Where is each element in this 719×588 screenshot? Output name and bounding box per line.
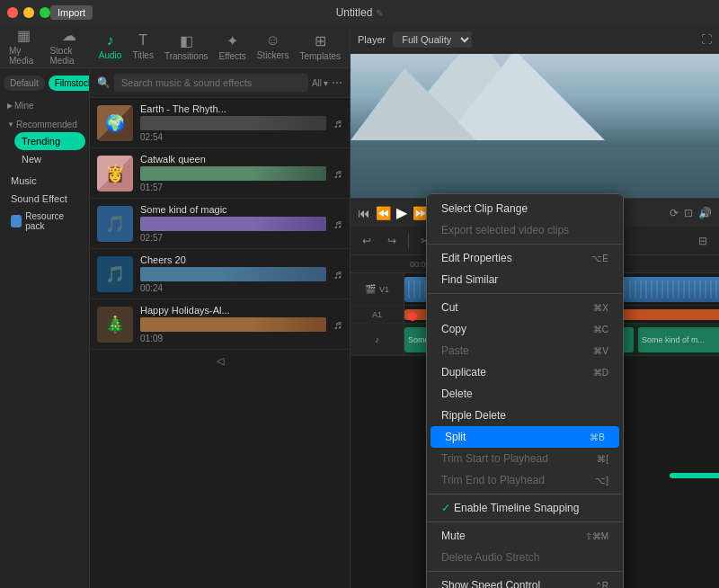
tab-stock-label: Stock Media	[49, 46, 87, 66]
search-input[interactable]	[114, 74, 308, 92]
ctx-shortcut-trim-end: ⌥]	[595, 476, 608, 486]
music-info: Some kind of magic 02:57	[140, 204, 326, 243]
music-duration: 00:24	[140, 283, 326, 293]
ctx-paste[interactable]: Paste ⌘V	[427, 340, 623, 361]
music-waveform	[140, 267, 326, 281]
rotate-icon[interactable]: ⟳	[670, 207, 679, 219]
add-music-icon[interactable]: ♬	[333, 166, 343, 181]
arrow-line	[670, 473, 719, 478]
ctx-cut[interactable]: Cut ⌘X	[427, 297, 623, 318]
music-title: Some kind of magic	[140, 204, 326, 215]
redo-button[interactable]: ↪	[381, 230, 403, 252]
tabs-bar: ▦ My Media ☁ Stock Media ♪ Audio T Title…	[0, 25, 350, 68]
add-music-icon[interactable]: ♬	[333, 217, 343, 231]
ctx-copy[interactable]: Copy ⌘C	[427, 318, 623, 340]
video-track-label: 🎬 V1	[351, 273, 404, 305]
import-button[interactable]: Import	[50, 5, 93, 20]
music-item[interactable]: 🎵 Cheers 20 00:24 ♬	[90, 249, 350, 299]
arrow-icon: ▶	[7, 102, 13, 110]
window-controls	[7, 7, 50, 18]
ctx-split[interactable]: Split ⌘B	[431, 426, 619, 448]
tab-templates[interactable]: ⊞ Templates	[294, 29, 346, 65]
tab-stock-media[interactable]: ☁ Stock Media	[44, 23, 93, 69]
ctx-select-clip-range[interactable]: Select Clip Range	[427, 198, 623, 219]
ctx-trim-start[interactable]: Trim Start to Playhead ⌘[	[427, 448, 623, 469]
sidebar-item-trending[interactable]: Trending	[14, 132, 85, 150]
music-duration: 01:57	[140, 183, 326, 192]
ctx-shortcut-paste: ⌘V	[593, 346, 608, 356]
filter-filmstock[interactable]: Filmstock	[49, 76, 90, 91]
music-info: Cheers 20 00:24	[140, 254, 326, 293]
separator	[408, 234, 409, 248]
ctx-mute[interactable]: Mute ⇧⌘M	[427, 525, 623, 547]
add-music-icon[interactable]: ♬	[333, 116, 343, 130]
audio-track-label: A1	[351, 306, 404, 323]
ctx-enable-snapping[interactable]: ✓Enable Timeline Snapping	[427, 497, 623, 519]
add-music-icon[interactable]: ♬	[333, 267, 343, 281]
music-list: 🔍 All ▾ ⋯ 🌍 Earth - The Rhyth...	[90, 68, 350, 588]
close-button[interactable]	[7, 7, 18, 18]
add-music-icon[interactable]: ♬	[333, 317, 343, 332]
ctx-sep-1	[427, 244, 623, 245]
layout-button[interactable]: ⊟	[692, 230, 714, 252]
ctx-delete-audio-stretch[interactable]: Delete Audio Stretch	[427, 547, 623, 568]
tab-effects-label: Effects	[218, 51, 245, 61]
minimize-button[interactable]	[23, 7, 34, 18]
sidebar-item-sound-effect[interactable]: Sound Effect	[4, 190, 85, 208]
music-item[interactable]: 👸 Catwalk queen 01:57 ♬	[90, 148, 350, 199]
quality-select[interactable]: Full Quality 1/2 Quality 1/4 Quality	[393, 31, 472, 48]
volume-icon[interactable]: 🔊	[698, 207, 712, 219]
tab-media-label: My Media	[9, 46, 39, 66]
ctx-trim-end[interactable]: Trim End to Playhead ⌥]	[427, 469, 623, 491]
music-item[interactable]: 🎵 Some kind of magic 02:57 ♬	[90, 199, 350, 249]
more-options-icon[interactable]: ⋯	[332, 76, 342, 89]
tab-stickers[interactable]: ☺ Stickers	[252, 29, 295, 64]
ctx-edit-properties[interactable]: Edit Properties ⌥E	[427, 247, 623, 269]
resource-pack-icon	[11, 215, 22, 227]
fullscreen-icon[interactable]: ⛶	[701, 33, 712, 46]
music-duration: 01:09	[140, 334, 326, 343]
tab-effects[interactable]: ✦ Effects	[213, 29, 251, 65]
filter-default[interactable]: Default	[4, 76, 45, 91]
music-track-label: ♪	[351, 324, 404, 355]
sidebar-toggle-recommended[interactable]: ▼ Recommended	[4, 117, 85, 132]
sidebar-toggle-mine[interactable]: ▶ Mine	[4, 98, 85, 113]
music-item[interactable]: 🎄 Happy Holidays-Al... 01:09 ♬	[90, 299, 350, 350]
step-back-button[interactable]: ⏪	[376, 206, 391, 220]
maximize-button[interactable]	[40, 7, 50, 18]
tab-transitions[interactable]: ◧ Transitions	[159, 29, 214, 65]
stickers-icon: ☺	[265, 32, 280, 49]
ctx-delete[interactable]: Delete	[427, 383, 623, 405]
ctx-duplicate[interactable]: Duplicate ⌘D	[427, 361, 623, 383]
ctx-find-similar[interactable]: Find Similar	[427, 269, 623, 290]
crop-icon[interactable]: ⊡	[684, 207, 693, 219]
music-item[interactable]: 🌍 Earth - The Rhyth... 02:54 ♬	[90, 98, 350, 148]
video-icon: 🎬	[365, 284, 376, 294]
ctx-shortcut-e: ⌥E	[591, 254, 608, 263]
music-clip-3[interactable]: Some kind of m...	[638, 327, 719, 352]
sidebar-mine-label: Mine	[14, 101, 34, 111]
sidebar-item-music[interactable]: Music	[4, 172, 85, 190]
video-overlay	[351, 54, 719, 198]
music-info: Happy Holidays-Al... 01:09	[140, 305, 326, 343]
music-thumb: 🎵	[97, 256, 133, 292]
skip-back-button[interactable]: ⏮	[358, 206, 370, 220]
tab-audio[interactable]: ♪ Audio	[93, 29, 128, 64]
sidebar-item-resource-pack[interactable]: Resource pack	[4, 208, 85, 235]
play-button[interactable]: ▶	[396, 204, 407, 221]
preview-header: Player Full Quality 1/2 Quality 1/4 Qual…	[351, 25, 719, 54]
transitions-icon: ◧	[180, 32, 193, 49]
search-filter[interactable]: All ▾	[312, 78, 328, 88]
undo-button[interactable]: ↩	[356, 230, 377, 252]
ctx-show-speed-control[interactable]: Show Speed Control ⌃R	[427, 575, 623, 588]
tab-titles[interactable]: T Titles	[127, 29, 159, 64]
ctx-ripple-delete[interactable]: Ripple Delete	[427, 405, 623, 426]
audio-panel: Default Filmstock ▶ Mine ▼ Recommended T…	[0, 68, 350, 588]
sidebar-item-new[interactable]: New	[14, 150, 85, 168]
ctx-shortcut-split: ⌘B	[590, 432, 605, 442]
tab-my-media[interactable]: ▦ My Media	[4, 23, 44, 69]
ctx-sep-2	[427, 293, 623, 294]
collapse-sidebar-btn[interactable]: ◁	[90, 350, 350, 372]
tab-templates-label: Templates	[299, 51, 341, 61]
music-thumb: 👸	[97, 156, 133, 192]
